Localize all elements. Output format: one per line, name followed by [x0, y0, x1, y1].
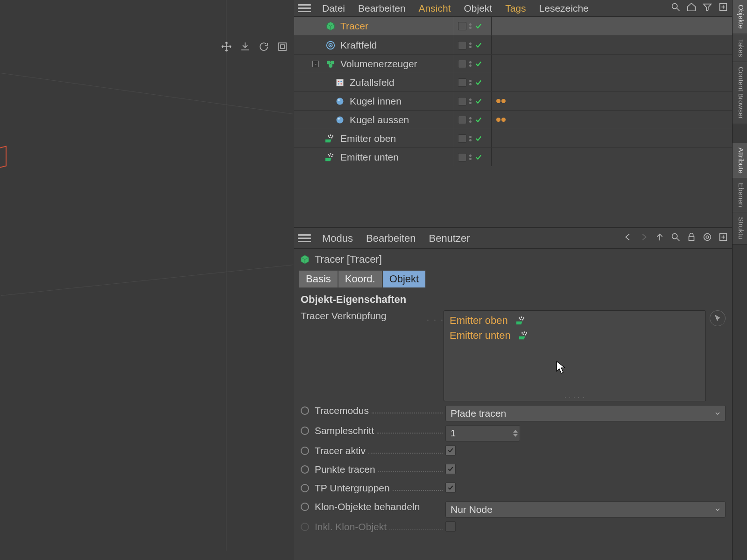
tree-row[interactable]: Kraftfeld: [294, 35, 732, 54]
enabled-check-icon[interactable]: [474, 116, 483, 124]
rotate-tool-icon[interactable]: [257, 40, 271, 54]
anim-dot[interactable]: [301, 484, 309, 492]
tree-label[interactable]: Emitter oben: [339, 133, 454, 144]
tracemodus-select[interactable]: Pfade tracen: [445, 405, 726, 421]
menu-benutzer[interactable]: Benutzer: [422, 231, 476, 246]
enabled-check-icon[interactable]: [474, 153, 483, 161]
visibility-dots[interactable]: [469, 42, 472, 48]
tag-col[interactable]: [491, 92, 732, 110]
tag-icon[interactable]: [496, 99, 506, 103]
klon-select[interactable]: Nur Node: [445, 501, 726, 518]
frame-tool-icon[interactable]: [238, 40, 252, 54]
menu-lesezeiche[interactable]: Lesezeiche: [533, 1, 595, 16]
tag-col[interactable]: [491, 55, 732, 73]
expander-icon[interactable]: -: [312, 61, 319, 67]
viewport[interactable]: [0, 0, 294, 560]
menu-bearbeiten[interactable]: Bearbeiten: [359, 231, 422, 246]
move-tool-icon[interactable]: [219, 40, 233, 54]
link-item[interactable]: Emitter unten: [450, 329, 700, 342]
visibility-dots[interactable]: [469, 61, 472, 67]
tree-row[interactable]: Kugel innen: [294, 91, 732, 110]
lock-icon[interactable]: [686, 232, 697, 245]
enabled-check-icon[interactable]: [474, 78, 483, 87]
tag-col[interactable]: [491, 36, 732, 54]
menu-objekt[interactable]: Objekt: [457, 1, 499, 16]
layer-toggle[interactable]: [458, 134, 466, 143]
tree-row[interactable]: Zufallsfeld: [294, 73, 732, 91]
checkbox-tp-untergruppen[interactable]: [445, 483, 456, 493]
menu-icon[interactable]: [298, 234, 311, 242]
side-tab-attribute[interactable]: Attribute: [733, 143, 747, 179]
menu-tags[interactable]: Tags: [499, 1, 532, 16]
side-tab-content[interactable]: Content Browser: [733, 62, 747, 124]
side-tab-ebenen[interactable]: Ebenen: [733, 178, 747, 212]
menu-modus[interactable]: Modus: [316, 231, 359, 246]
tree-row[interactable]: Emitter unten: [294, 147, 732, 166]
tree-label[interactable]: Zufallsfeld: [349, 77, 454, 88]
tree-row[interactable]: Tracer: [294, 17, 732, 35]
expand-icon[interactable]: [718, 2, 728, 14]
checkbox-tracer-aktiv[interactable]: [445, 445, 456, 455]
home-icon[interactable]: [686, 2, 697, 14]
menu-ansicht[interactable]: Ansicht: [412, 1, 458, 16]
layer-toggle[interactable]: [458, 116, 466, 124]
tag-col[interactable]: [491, 129, 732, 147]
visibility-dots[interactable]: [469, 154, 472, 160]
menu-icon[interactable]: [298, 4, 311, 12]
tree-label[interactable]: Kugel aussen: [349, 114, 454, 126]
layer-toggle[interactable]: [458, 60, 466, 68]
layer-toggle[interactable]: [458, 22, 466, 30]
enabled-check-icon[interactable]: [474, 22, 483, 30]
anim-dot[interactable]: [301, 427, 309, 435]
visibility-dots[interactable]: [469, 23, 472, 29]
search-icon[interactable]: [670, 232, 681, 245]
anim-dot[interactable]: [301, 406, 309, 415]
anim-dot[interactable]: [301, 503, 309, 511]
link-picker-icon[interactable]: [710, 310, 726, 326]
side-tab-objekte[interactable]: Objekte: [733, 0, 747, 34]
search-icon[interactable]: [670, 2, 681, 14]
enabled-check-icon[interactable]: [474, 134, 483, 143]
enabled-check-icon[interactable]: [474, 60, 483, 68]
menu-datei[interactable]: Datei: [316, 1, 352, 16]
layer-toggle[interactable]: [458, 78, 466, 87]
layer-toggle[interactable]: [458, 153, 466, 161]
object-tree[interactable]: TracerKraftfeld-VolumenerzeugerZufallsfe…: [294, 17, 732, 227]
tree-label[interactable]: Kraftfeld: [339, 40, 454, 51]
tab-objekt[interactable]: Objekt: [382, 270, 426, 288]
up-icon[interactable]: [655, 232, 665, 245]
enabled-check-icon[interactable]: [474, 97, 483, 105]
side-tab-takes[interactable]: Takes: [733, 34, 747, 62]
anim-dot[interactable]: [301, 465, 309, 474]
tab-basis[interactable]: Basis: [299, 270, 338, 288]
tag-col[interactable]: [491, 111, 732, 129]
maximize-tool-icon[interactable]: [275, 40, 289, 54]
sampleschritt-input[interactable]: 1: [445, 425, 520, 441]
layer-toggle[interactable]: [458, 41, 466, 49]
spinner-icon[interactable]: [513, 430, 518, 437]
resize-handle[interactable]: · · · · ·: [564, 395, 585, 400]
tag-col[interactable]: [491, 148, 732, 166]
menu-bearbeiten[interactable]: Bearbeiten: [352, 1, 412, 16]
tree-label[interactable]: Tracer: [339, 21, 454, 32]
link-item[interactable]: Emitter oben: [450, 315, 700, 327]
link-well[interactable]: Emitter oben Emitter unten · · · · ·: [444, 310, 706, 401]
visibility-dots[interactable]: [469, 98, 472, 104]
tag-col[interactable]: [491, 73, 732, 91]
tag-col[interactable]: [491, 17, 732, 35]
back-icon[interactable]: [623, 232, 633, 245]
side-tab-struktu[interactable]: Struktu: [733, 212, 747, 245]
visibility-dots[interactable]: [469, 117, 472, 123]
layer-toggle[interactable]: [458, 97, 466, 105]
tree-row[interactable]: Emitter oben: [294, 129, 732, 147]
filter-icon[interactable]: [702, 2, 712, 14]
tree-row[interactable]: -Volumenerzeuger: [294, 54, 732, 73]
tree-row[interactable]: Kugel aussen: [294, 110, 732, 129]
tree-label[interactable]: Kugel innen: [349, 96, 454, 107]
tree-label[interactable]: Volumenerzeuger: [339, 58, 454, 70]
enabled-check-icon[interactable]: [474, 41, 483, 49]
tag-icon[interactable]: [496, 118, 506, 122]
checkbox-punkte-tracen[interactable]: [445, 464, 456, 474]
tab-koord[interactable]: Koord.: [338, 270, 382, 288]
visibility-dots[interactable]: [469, 136, 472, 141]
